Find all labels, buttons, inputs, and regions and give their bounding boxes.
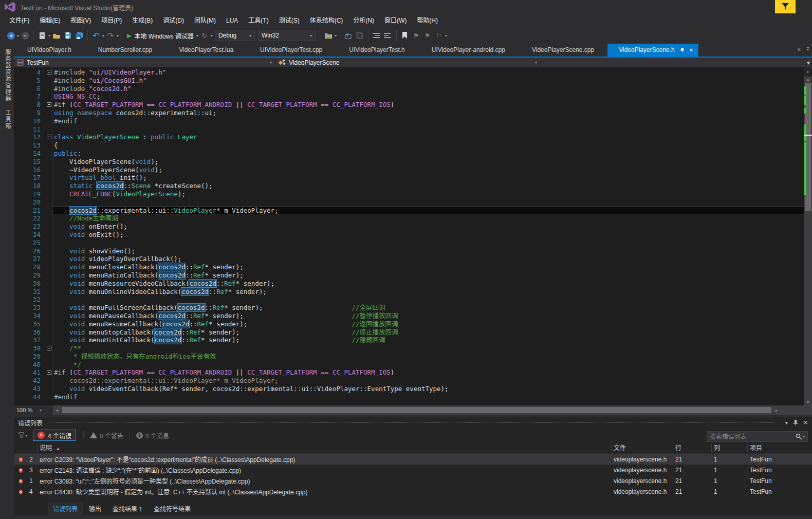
doc-tab[interactable]: VideoPlayerTest.lua <box>165 44 247 57</box>
code-line[interactable]: 29 void menuRatioCallback(cocos2d::Ref* … <box>14 271 804 280</box>
code-line[interactable]: 9using namespace cocos2d::experimental::… <box>14 109 804 117</box>
code-line[interactable]: 33 void menuFullScreenCallback(cocos2d::… <box>14 304 804 312</box>
scroll-down-icon[interactable]: ▼ <box>804 400 812 404</box>
messages-filter-button[interactable]: i 0 个消息 <box>132 431 173 440</box>
fold-collapse-icon[interactable] <box>47 102 51 107</box>
errors-filter-button[interactable]: ✕ 4 个错误 <box>33 430 76 441</box>
navigate-forward-icon[interactable]: ► <box>21 31 30 40</box>
code-line[interactable]: 23 void onEnter(); <box>14 223 804 231</box>
code-line[interactable]: 44#endif <box>14 393 804 401</box>
doc-tab[interactable]: VideoPlayerScene.h✕ <box>607 44 698 57</box>
configuration-combo[interactable]: Debug▾ <box>215 30 255 41</box>
split-editor-handle[interactable]: ⇕ <box>804 67 812 77</box>
code-line[interactable]: 14public: <box>14 150 804 158</box>
doc-tab[interactable]: UIVideoPlayer.h <box>14 44 85 57</box>
platform-combo[interactable]: Win32▾ <box>258 30 316 41</box>
menu-item[interactable]: 帮助(H) <box>412 14 443 27</box>
close-icon[interactable]: ✕ <box>803 419 808 426</box>
warnings-filter-button[interactable]: 0 个警告 <box>86 431 127 440</box>
panel-tab[interactable]: 输出 <box>84 502 106 515</box>
search-icon[interactable] <box>796 433 802 440</box>
toggle-bookmark-icon[interactable] <box>400 31 410 40</box>
menu-item[interactable]: 体系结构(C) <box>305 14 348 27</box>
doc-tab[interactable]: UIVideoPlayerTest.cpp <box>247 44 336 57</box>
filter-button[interactable]: ▾ <box>18 432 28 438</box>
window-position-dropdown-icon[interactable]: ▾ <box>785 420 788 425</box>
code-line[interactable]: 4#include "ui/UIVideoPlayer.h" <box>14 68 804 77</box>
undo-dropdown-icon[interactable]: ▾ <box>102 33 104 38</box>
fold-collapse-icon[interactable] <box>47 70 51 75</box>
column-description[interactable]: 说明▲ <box>38 444 612 452</box>
menu-item[interactable]: 编辑(E) <box>34 14 65 27</box>
column-col[interactable]: 列 <box>712 444 748 452</box>
navigate-back-icon[interactable]: ◄ <box>6 31 15 40</box>
code-line[interactable]: 6#include "cocos2d.h" <box>14 85 804 93</box>
start-debug-button[interactable]: ▶ 本地 Windows 调试器 <box>127 31 194 40</box>
project-scope-dropdown[interactable]: ++ TestFun ▾ <box>14 58 275 67</box>
code-line[interactable]: 24 void onExit(); <box>14 231 804 239</box>
new-file-dropdown-icon[interactable]: ▾ <box>48 33 50 38</box>
code-line[interactable]: 18 static cocos2d::Scene *createScene(); <box>14 182 804 190</box>
code-line[interactable]: 27 void videoPlayOverCallback(); <box>14 255 804 263</box>
undo-icon[interactable]: ↶ <box>91 31 101 40</box>
code-line[interactable]: 37 void menuHintCallback(cocos2d::Ref* s… <box>14 336 804 344</box>
notifications-flag-icon[interactable] <box>775 0 796 13</box>
code-line[interactable]: 12class VideoPlayerScene : public Layer <box>14 133 804 141</box>
code-line[interactable]: 26 void showVideo(); <box>14 247 804 255</box>
scroll-tabs-left-icon[interactable]: « <box>797 46 801 53</box>
tab-overflow-controls[interactable]: « ▾ <box>797 46 809 53</box>
menu-item[interactable]: 工具(T) <box>243 14 273 27</box>
code-line[interactable]: 5#include "ui/CocosGUI.h" <box>14 77 804 85</box>
save-all-icon[interactable] <box>75 31 84 40</box>
code-line[interactable]: 7USING_NS_CC; <box>14 92 804 101</box>
error-row[interactable]: ✕1error C3083: “ui”:“::”左侧的符号必须是一种类型 (..… <box>14 475 812 486</box>
doc-tab[interactable]: NumberScroller.cpp <box>85 44 165 57</box>
navigate-to-icon[interactable] <box>344 31 353 40</box>
scroll-up-icon[interactable]: ▲ <box>804 78 812 82</box>
fold-collapse-icon[interactable] <box>47 346 51 350</box>
code-line[interactable]: 17 virtual bool init(); <box>14 174 804 182</box>
error-list-search-input[interactable] <box>710 433 796 440</box>
menu-item[interactable]: 生成(B) <box>127 14 158 27</box>
horizontal-scroll-thumb[interactable] <box>62 407 771 413</box>
menu-item[interactable]: 团队(M) <box>189 14 221 27</box>
code-line[interactable]: 21 cocos2d::experimental::ui::VideoPlaye… <box>14 207 804 215</box>
code-line[interactable]: 15 VideoPlayerScene(void); <box>14 158 804 166</box>
code-line[interactable]: 8#if (CC_TARGET_PLATFORM == CC_PLATFORM_… <box>14 101 804 109</box>
error-row[interactable]: ✕4error C4430: 缺少类型说明符 - 假定为 int。注意: C++… <box>14 486 812 497</box>
code-line[interactable]: 41#if (CC_TARGET_PLATFORM == CC_PLATFORM… <box>14 368 804 377</box>
code-line[interactable]: 19 CREATE_FUNC(VideoPlayerScene); <box>14 190 804 198</box>
scroll-left-icon[interactable]: ◄ <box>53 409 61 412</box>
menu-item[interactable]: 调试(D) <box>158 14 189 27</box>
scroll-right-icon[interactable]: ► <box>772 409 781 412</box>
code-line[interactable]: 43 void videoEventCallback(Ref* sender, … <box>14 385 804 393</box>
code-line[interactable]: 31 void menuOnlineVideoCallback(cocos2d:… <box>14 288 804 296</box>
code-line[interactable]: 30 void menuResourceVideoCallback(cocos2… <box>14 280 804 288</box>
redo-dropdown-icon[interactable]: ▾ <box>117 33 119 38</box>
menu-item[interactable]: 文件(F) <box>4 14 34 27</box>
code-line[interactable]: 32 <box>14 295 804 304</box>
code-line[interactable]: 36 void menuStopCallback(cocos2d::Ref* s… <box>14 328 804 337</box>
member-scope-dropdown-icon[interactable]: ▾ <box>807 59 810 66</box>
bookmark-dropdown-icon[interactable]: ▾ <box>445 33 447 38</box>
doc-tab[interactable]: UIVideoPlayer-android.cpp <box>418 44 519 57</box>
code-line[interactable]: 25 <box>14 239 804 247</box>
refresh-dropdown-icon[interactable]: ▾ <box>211 33 213 38</box>
code-line[interactable]: 16 ~VideoPlayerScene(void); <box>14 166 804 174</box>
search-dropdown-icon[interactable]: ▾ <box>803 434 805 439</box>
fold-collapse-icon[interactable] <box>47 135 51 139</box>
doc-tab[interactable]: UIVideoPlayerTest.h <box>336 44 418 57</box>
tab-list-dropdown-icon[interactable]: ▾ <box>807 47 809 51</box>
menu-item[interactable]: LUA <box>221 14 243 27</box>
side-tab[interactable]: 服务器资源管理器 <box>4 49 12 102</box>
code-line[interactable]: 10#endif <box>14 117 804 125</box>
run-dropdown-icon[interactable]: ▾ <box>196 33 198 38</box>
code-line[interactable]: 38 /** <box>14 344 804 353</box>
column-project[interactable]: 项目 <box>748 444 812 452</box>
menu-item[interactable]: 项目(P) <box>96 14 127 27</box>
code-line[interactable]: 39 * 视频播放状态，只有在android和ios平台有效 <box>14 353 804 361</box>
find-dropdown-icon[interactable]: ▾ <box>335 33 337 38</box>
code-line[interactable]: 20 <box>14 198 804 207</box>
error-row[interactable]: ✕2error C2039: “VideoPlayer”: 不是“cocos2d… <box>14 454 812 465</box>
fold-collapse-icon[interactable] <box>47 370 51 375</box>
